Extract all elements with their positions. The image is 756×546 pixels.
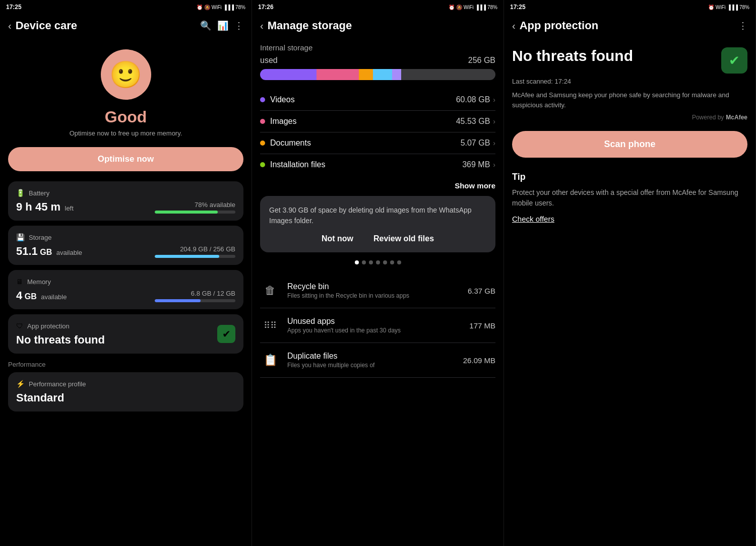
dots-indicator: [260, 260, 495, 264]
more-icon-3[interactable]: ⋮: [738, 20, 747, 31]
show-more-button[interactable]: Show more: [260, 175, 495, 196]
panel-app-protection: 17:25 ⏰ WiFi ▐▐▐ 78% ‹ App protection ⋮ …: [504, 0, 756, 546]
app-protection-card[interactable]: App protection No threats found ✔: [8, 314, 243, 354]
mcafee-label: McAfee: [726, 114, 747, 121]
file-rows: Videos 60.08 GB › Images 45.53 GB ›: [260, 89, 495, 175]
performance-card[interactable]: Performance profile Standard: [8, 372, 243, 412]
storage-item-unused[interactable]: ⠿⠿ Unused apps Apps you haven't used in …: [260, 308, 495, 343]
panel-manage-storage: 17:26 ⏰ 🔕 WiFi ▐▐▐ 78% ‹ Manage storage …: [252, 0, 504, 546]
smiley-avatar: 🙂: [101, 49, 151, 100]
storage-progress-bar: [155, 255, 235, 258]
back-icon-2[interactable]: ‹: [260, 20, 264, 32]
dot-images: [260, 119, 265, 124]
chevron-install: ›: [493, 161, 495, 169]
file-label-videos: Videos: [270, 95, 295, 104]
recycle-name: Recycle bin: [287, 282, 461, 291]
chevron-images: ›: [493, 117, 495, 125]
duplicate-icon: 📋: [260, 350, 280, 370]
back-icon-3[interactable]: ‹: [512, 20, 516, 32]
back-icon-1[interactable]: ‹: [8, 20, 12, 32]
optimise-now-button[interactable]: Optimise now: [8, 147, 243, 171]
chevron-docs: ›: [493, 139, 495, 147]
powered-by: Powered by McAfee: [512, 114, 747, 121]
file-row-install[interactable]: Installation files 369 MB ›: [260, 154, 495, 175]
app-protection-content: No threats found ✔ Last scanned: 17:24 M…: [504, 37, 755, 546]
storage-item-duplicate[interactable]: 📋 Duplicate files Files you have multipl…: [260, 343, 495, 378]
battery-suffix: left: [65, 204, 74, 212]
dot-5: [383, 260, 387, 264]
storage-fill: [155, 255, 219, 258]
panel-device-care: 17:25 ⏰ 🔕 WiFi ▐▐▐ 78% ‹ Device care 🔍 📊…: [0, 0, 252, 546]
status-bar-3: 17:25 ⏰ WiFi ▐▐▐ 78%: [504, 0, 755, 14]
file-row-videos[interactable]: Videos 60.08 GB ›: [260, 89, 495, 111]
status-icons-3: ⏰ WiFi ▐▐▐ 78%: [708, 5, 749, 10]
file-label-docs: Documents: [270, 139, 311, 148]
storage-item-recycle[interactable]: 🗑 Recycle bin Files sitting in the Recyc…: [260, 274, 495, 308]
bar-cyan: [373, 69, 392, 80]
mute-icon: 🔕: [204, 5, 210, 10]
unused-name: Unused apps: [287, 317, 462, 326]
bar-images: [317, 69, 359, 80]
battery-right: 78% available: [195, 201, 235, 209]
not-now-button[interactable]: Not now: [322, 234, 353, 243]
stats-icon-1[interactable]: 📊: [217, 20, 228, 31]
memory-right: 6.8 GB / 12 GB: [191, 290, 235, 297]
scan-desc: McAfee and Samsung keep your phone safe …: [512, 90, 747, 110]
performance-section-label: Performance: [8, 361, 243, 368]
battery-icon: [16, 188, 25, 197]
status-bar-2: 17:26 ⏰ 🔕 WiFi ▐▐▐ 78%: [252, 0, 503, 14]
status-bar-1: 17:25 ⏰ 🔕 WiFi ▐▐▐ 78%: [0, 0, 251, 14]
search-icon-1[interactable]: 🔍: [200, 20, 211, 31]
unused-desc: Apps you haven't used in the past 30 day…: [287, 327, 462, 334]
time-3: 17:25: [510, 4, 526, 11]
internal-storage-label: Internal storage: [260, 43, 495, 52]
status-good: Good: [105, 108, 147, 126]
storage-label: Storage: [29, 234, 52, 241]
battery-pct-2: 78%: [487, 5, 497, 10]
signal-icon: ▐▐▐: [223, 5, 234, 10]
wifi-icon-3: WiFi: [716, 5, 726, 10]
file-label-images: Images: [270, 117, 296, 126]
unused-size: 177 MB: [469, 321, 495, 330]
dot-2: [362, 260, 366, 264]
scan-phone-button[interactable]: Scan phone: [512, 131, 747, 158]
time-2: 17:26: [258, 4, 274, 11]
check-offers-link[interactable]: Check offers: [512, 215, 554, 223]
tip-label: Tip: [512, 172, 747, 182]
no-threats-title: No threats found: [512, 47, 633, 65]
memory-label: Memory: [27, 278, 51, 286]
storage-total: 256 GB: [468, 56, 495, 65]
duplicate-desc: Files you have multiple copies of: [287, 362, 456, 369]
wifi-icon: WiFi: [212, 5, 222, 10]
dot-docs: [260, 141, 265, 146]
memory-card[interactable]: Memory 4 GB available 6.8 GB / 12 GB: [8, 270, 243, 309]
dot-videos: [260, 97, 265, 102]
storage-icon: [16, 233, 25, 242]
shield-badge: ✔: [721, 47, 747, 74]
bar-empty: [401, 69, 495, 80]
file-size-docs: 5.07 GB: [461, 139, 490, 148]
recycle-info: Recycle bin Files sitting in the Recycle…: [287, 282, 461, 299]
dot-3: [369, 260, 373, 264]
dot-1: [355, 260, 359, 264]
review-files-button[interactable]: Review old files: [373, 234, 434, 243]
page-title-3: App protection: [520, 19, 734, 32]
file-row-images[interactable]: Images 45.53 GB ›: [260, 111, 495, 132]
storage-right: 204.9 GB / 256 GB: [180, 245, 235, 253]
battery-value: 9 h 45 m: [16, 200, 60, 213]
storage-value: 51.1: [16, 245, 38, 257]
recycle-desc: Files sitting in the Recycle bin in vari…: [287, 292, 461, 299]
more-icon-1[interactable]: ⋮: [234, 20, 243, 31]
used-label: used: [260, 56, 278, 65]
memory-progress-bar: [155, 299, 235, 302]
storage-card[interactable]: Storage 51.1 GB available 204.9 GB / 256…: [8, 226, 243, 265]
file-row-docs[interactable]: Documents 5.07 GB ›: [260, 132, 495, 154]
wifi-icon-2: WiFi: [464, 5, 474, 10]
device-care-hero: 🙂 Good Optimise now to free up more memo…: [8, 37, 243, 181]
manage-storage-content: Internal storage used 256 GB Videos 60: [252, 37, 503, 546]
header-icons-3: ⋮: [738, 20, 747, 31]
app-protection-status: No threats found: [16, 333, 105, 347]
dot-4: [376, 260, 380, 264]
signal-icon-3: ▐▐▐: [727, 5, 738, 10]
bar-purple2: [392, 69, 402, 80]
